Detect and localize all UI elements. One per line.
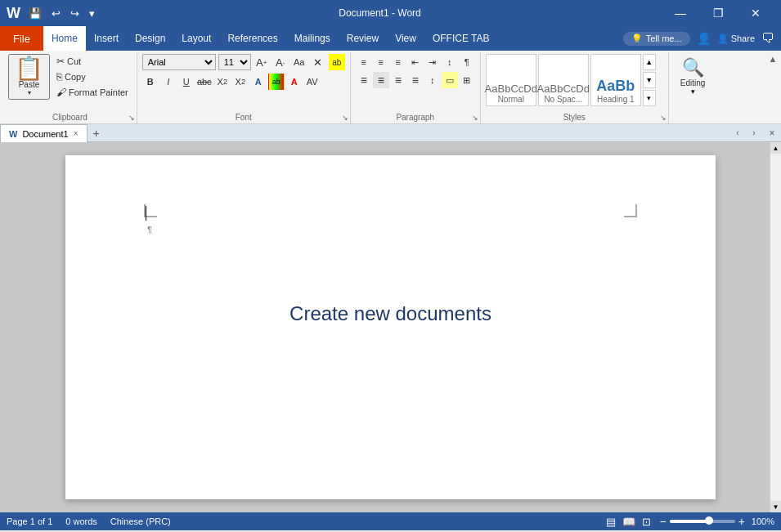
font-name-select[interactable]: Arial bbox=[142, 54, 216, 70]
change-case-button[interactable]: Aa bbox=[291, 54, 307, 70]
vertical-scrollbar[interactable]: ▲ ▼ bbox=[770, 142, 781, 512]
style-expand-button[interactable]: ▾ bbox=[643, 90, 656, 106]
tab-scroll-right-button[interactable]: › bbox=[747, 124, 761, 142]
document-tab[interactable]: W Document1 × bbox=[0, 124, 88, 142]
close-all-tabs-button[interactable]: × bbox=[763, 124, 781, 142]
document-page[interactable]: ¶ Create new documents bbox=[65, 155, 716, 499]
styles-expand-icon[interactable]: ↘ bbox=[660, 114, 667, 122]
design-menu-item[interactable]: Design bbox=[127, 26, 173, 51]
margin-corner-top-right bbox=[624, 204, 637, 217]
ribbon-group-font: Arial 11 A+ A- Aa ✕ ab B I U abc X2 X2 A… bbox=[137, 52, 351, 123]
font-expand-icon[interactable]: ↘ bbox=[342, 114, 348, 122]
paragraph-expand-icon[interactable]: ↘ bbox=[472, 114, 478, 122]
numbering-button[interactable]: ≡ bbox=[373, 54, 389, 70]
save-button[interactable]: 💾 bbox=[25, 6, 45, 21]
share-button[interactable]: 👤 Share bbox=[717, 34, 755, 44]
view-menu-item[interactable]: View bbox=[387, 26, 424, 51]
paragraph-label: Paragraph bbox=[351, 113, 480, 122]
font-size-select[interactable]: 11 bbox=[218, 54, 251, 70]
underline-button[interactable]: U bbox=[178, 74, 195, 90]
copy-button[interactable]: ⎘ Copy bbox=[53, 69, 132, 84]
font-color-button[interactable]: A bbox=[286, 74, 303, 90]
style-scroll-down-button[interactable]: ▼ bbox=[643, 72, 656, 88]
office-tab-menu-item[interactable]: OFFICE TAB bbox=[424, 26, 498, 51]
shading-button[interactable]: ▭ bbox=[442, 72, 458, 88]
multilevel-list-button[interactable]: ≡ bbox=[390, 54, 406, 70]
document-area[interactable]: ¶ Create new documents ▲ ▼ bbox=[0, 142, 781, 512]
redo-button[interactable]: ↪ bbox=[67, 6, 83, 21]
style-no-spacing[interactable]: AaBbCcDd No Spac... bbox=[538, 54, 589, 106]
view-normal-button[interactable]: ▤ bbox=[604, 516, 617, 528]
show-formatting-marks-button[interactable]: ¶ bbox=[459, 54, 475, 70]
editing-dropdown-icon[interactable]: ▾ bbox=[691, 87, 695, 96]
align-left-button[interactable]: ≡ bbox=[356, 72, 372, 88]
style-no-spacing-label: No Spac... bbox=[544, 95, 582, 104]
paragraph-mark: ¶ bbox=[147, 225, 152, 235]
menu-items: Home Insert Design Layout References Mai… bbox=[43, 26, 498, 51]
mailings-menu-item[interactable]: Mailings bbox=[286, 26, 339, 51]
ribbon-collapse-button[interactable]: ▲ bbox=[765, 51, 781, 67]
cut-button[interactable]: ✂ Cut bbox=[53, 54, 132, 69]
review-menu-item[interactable]: Review bbox=[339, 26, 387, 51]
strikethrough-button[interactable]: abc bbox=[196, 74, 213, 90]
style-scroll-up-button[interactable]: ▲ bbox=[643, 54, 656, 70]
restore-button[interactable]: ❐ bbox=[699, 0, 737, 26]
italic-button[interactable]: I bbox=[160, 74, 177, 90]
text-highlight-color-button[interactable]: ab bbox=[268, 74, 285, 90]
new-tab-button[interactable]: + bbox=[88, 124, 105, 142]
comments-icon[interactable]: 🗨 bbox=[761, 31, 774, 46]
tab-scroll-left-button[interactable]: ‹ bbox=[730, 124, 745, 142]
view-web-button[interactable]: ⊡ bbox=[640, 516, 653, 528]
zoom-in-button[interactable]: + bbox=[738, 515, 745, 528]
font-label: Font bbox=[137, 113, 350, 122]
align-center-button[interactable]: ≡ bbox=[373, 72, 389, 88]
sort-button[interactable]: ↕ bbox=[442, 54, 458, 70]
decrease-font-size-button[interactable]: A- bbox=[272, 54, 289, 70]
bold-button[interactable]: B bbox=[142, 74, 159, 90]
copy-icon: ⎘ bbox=[56, 71, 62, 83]
layout-menu-item[interactable]: Layout bbox=[173, 26, 219, 51]
window-controls: — ❐ ✕ bbox=[662, 0, 774, 26]
scroll-down-button[interactable]: ▼ bbox=[770, 501, 782, 512]
references-menu-item[interactable]: References bbox=[219, 26, 285, 51]
home-menu-item[interactable]: Home bbox=[43, 26, 86, 51]
text-effects-button[interactable]: A bbox=[250, 74, 267, 90]
zoom-slider-thumb[interactable] bbox=[705, 516, 713, 525]
borders-button[interactable]: ⊞ bbox=[459, 72, 475, 88]
view-reading-button[interactable]: 📖 bbox=[621, 516, 637, 528]
clipboard-expand-icon[interactable]: ↘ bbox=[128, 114, 135, 122]
increase-font-size-button[interactable]: A+ bbox=[254, 54, 270, 70]
file-menu-item[interactable]: File bbox=[0, 26, 43, 51]
line-spacing-button[interactable]: ↕ bbox=[424, 72, 441, 88]
clear-formatting-button[interactable]: ✕ bbox=[310, 54, 326, 70]
text-highlight-button[interactable]: ab bbox=[329, 54, 345, 70]
justify-button[interactable]: ≡ bbox=[407, 72, 424, 88]
paste-button[interactable]: 📋 Paste ▾ bbox=[8, 54, 50, 100]
insert-menu-item[interactable]: Insert bbox=[86, 26, 127, 51]
style-heading1[interactable]: AaBb Heading 1 bbox=[590, 54, 641, 106]
page-count-label: Page 1 of 1 bbox=[7, 516, 52, 526]
increase-indent-button[interactable]: ⇥ bbox=[424, 54, 441, 70]
subscript-button[interactable]: X2 bbox=[214, 74, 231, 90]
document-tab-close-button[interactable]: × bbox=[74, 129, 79, 138]
close-button[interactable]: ✕ bbox=[737, 0, 774, 26]
document-content-text[interactable]: Create new documents bbox=[144, 302, 637, 325]
character-spacing-button[interactable]: AV bbox=[304, 74, 321, 90]
minimize-button[interactable]: — bbox=[662, 0, 699, 26]
status-bar-right: ▤ 📖 ⊡ − + 100% bbox=[604, 515, 774, 528]
zoom-slider-track[interactable] bbox=[670, 520, 735, 523]
customize-quick-access-button[interactable]: ▾ bbox=[86, 6, 98, 21]
decrease-indent-button[interactable]: ⇤ bbox=[407, 54, 424, 70]
tell-me-button[interactable]: 💡 Tell me... bbox=[623, 32, 690, 46]
align-right-button[interactable]: ≡ bbox=[390, 72, 406, 88]
scroll-up-button[interactable]: ▲ bbox=[770, 142, 782, 154]
superscript-button[interactable]: X2 bbox=[232, 74, 249, 90]
bullets-button[interactable]: ≡ bbox=[356, 54, 372, 70]
zoom-out-button[interactable]: − bbox=[659, 515, 666, 528]
styles-gallery: AaBbCcDd Normal AaBbCcDd No Spac... AaBb… bbox=[486, 54, 641, 106]
share-icon: 👤 bbox=[717, 34, 729, 44]
undo-button[interactable]: ↩ bbox=[48, 6, 64, 21]
format-painter-button[interactable]: 🖌 Format Painter bbox=[53, 85, 132, 100]
editing-content: 🔍 Editing ▾ bbox=[674, 54, 712, 123]
style-normal[interactable]: AaBbCcDd Normal bbox=[486, 54, 536, 106]
